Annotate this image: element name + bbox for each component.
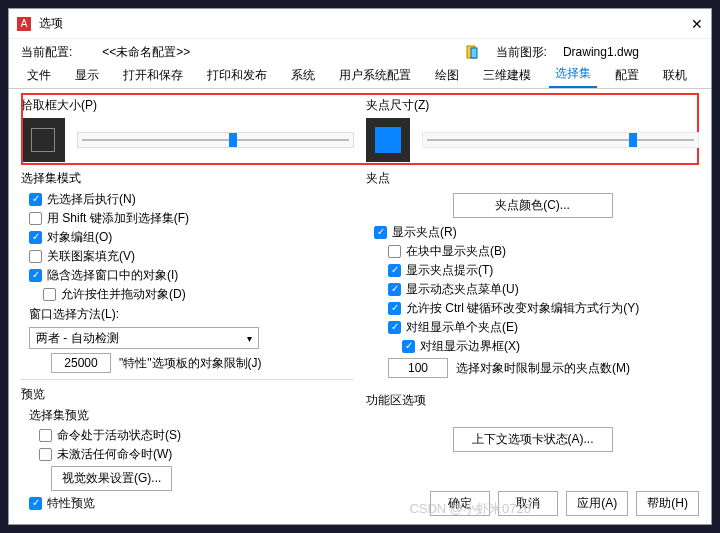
grips-title: 夹点 bbox=[366, 170, 699, 187]
checkbox[interactable] bbox=[29, 193, 42, 206]
tab-文件[interactable]: 文件 bbox=[21, 63, 57, 88]
property-limit-label: "特性"选项板的对象限制(J) bbox=[119, 355, 262, 372]
drawing-file-icon bbox=[466, 45, 480, 59]
checkbox[interactable] bbox=[374, 226, 387, 239]
window-method-value: 两者 - 自动检测 bbox=[36, 330, 119, 347]
checkbox-label: 未激活任何命令时(W) bbox=[57, 446, 172, 462]
pickbox-size-label: 拾取框大小(P) bbox=[21, 97, 354, 114]
current-config-label: 当前配置: bbox=[21, 44, 72, 61]
grip-limit-input[interactable]: 100 bbox=[388, 358, 448, 378]
tab-打印和发布[interactable]: 打印和发布 bbox=[201, 63, 273, 88]
checkbox-label: 先选择后执行(N) bbox=[47, 191, 136, 207]
footer: 确定 取消 应用(A) 帮助(H) bbox=[430, 491, 699, 516]
checkbox-label: 允许按 Ctrl 键循环改变对象编辑方式行为(Y) bbox=[406, 300, 639, 316]
checkbox[interactable] bbox=[43, 288, 56, 301]
current-drawing-label: 当前图形: bbox=[496, 44, 547, 61]
tab-打开和保存[interactable]: 打开和保存 bbox=[117, 63, 189, 88]
cancel-button[interactable]: 取消 bbox=[498, 491, 558, 516]
checkbox-label: 允许按住并拖动对象(D) bbox=[61, 286, 186, 302]
grip-size-slider[interactable] bbox=[422, 132, 699, 148]
grip-color-button[interactable]: 夹点颜色(C)... bbox=[453, 193, 613, 218]
tab-三维建模[interactable]: 三维建模 bbox=[477, 63, 537, 88]
checkbox[interactable] bbox=[29, 269, 42, 282]
selection-preview-subtitle: 选择集预览 bbox=[29, 407, 354, 424]
checkbox-label: 命令处于活动状态时(S) bbox=[57, 427, 181, 443]
content: 拾取框大小(P) 选择集模式 先选择后执行(N)用 Shift 键添加到选择集(… bbox=[9, 89, 711, 522]
svg-rect-1 bbox=[471, 48, 477, 58]
checkbox-label: 用 Shift 键添加到选择集(F) bbox=[47, 210, 189, 226]
checkbox-label: 对组显示单个夹点(E) bbox=[406, 319, 518, 335]
checkbox-label: 关联图案填充(V) bbox=[47, 248, 135, 264]
checkbox[interactable] bbox=[29, 250, 42, 263]
app-icon: A bbox=[17, 17, 31, 31]
right-column: 夹点尺寸(Z) 夹点 夹点颜色(C)... 显示夹点(R)在块中显示夹点(B)显… bbox=[366, 97, 699, 514]
tabs: 文件显示打开和保存打印和发布系统用户系统配置绘图三维建模选择集配置联机 bbox=[9, 65, 711, 89]
pickbox-size-slider[interactable] bbox=[77, 132, 354, 148]
tab-系统[interactable]: 系统 bbox=[285, 63, 321, 88]
checkbox-label: 对组显示边界框(X) bbox=[420, 338, 520, 354]
window-method-label: 窗口选择方法(L): bbox=[29, 306, 354, 323]
dialog-title: 选项 bbox=[39, 15, 691, 32]
checkbox[interactable] bbox=[388, 283, 401, 296]
grip-size-label: 夹点尺寸(Z) bbox=[366, 97, 699, 114]
tab-选择集[interactable]: 选择集 bbox=[549, 61, 597, 88]
property-preview-label: 特性预览 bbox=[47, 495, 95, 511]
checkbox[interactable] bbox=[29, 212, 42, 225]
apply-button[interactable]: 应用(A) bbox=[566, 491, 628, 516]
checkbox-label: 显示夹点(R) bbox=[392, 224, 457, 240]
checkbox-label: 对象编组(O) bbox=[47, 229, 112, 245]
ribbon-options-title: 功能区选项 bbox=[366, 392, 699, 409]
tab-联机[interactable]: 联机 bbox=[657, 63, 693, 88]
checkbox-label: 显示动态夹点菜单(U) bbox=[406, 281, 519, 297]
checkbox[interactable] bbox=[388, 321, 401, 334]
tab-配置[interactable]: 配置 bbox=[609, 63, 645, 88]
pickbox-preview bbox=[21, 118, 65, 162]
visual-effect-button[interactable]: 视觉效果设置(G)... bbox=[51, 466, 172, 491]
checkbox[interactable] bbox=[29, 231, 42, 244]
help-button[interactable]: 帮助(H) bbox=[636, 491, 699, 516]
window-method-select[interactable]: 两者 - 自动检测 ▾ bbox=[29, 327, 259, 349]
preview-title: 预览 bbox=[21, 386, 354, 403]
left-column: 拾取框大小(P) 选择集模式 先选择后执行(N)用 Shift 键添加到选择集(… bbox=[21, 97, 354, 514]
close-icon[interactable]: ✕ bbox=[691, 16, 703, 32]
checkbox[interactable] bbox=[39, 429, 52, 442]
config-row: 当前配置: <<未命名配置>> 当前图形: Drawing1.dwg bbox=[9, 39, 711, 65]
checkbox-label: 显示夹点提示(T) bbox=[406, 262, 493, 278]
current-drawing-value: Drawing1.dwg bbox=[563, 45, 639, 59]
grip-limit-label: 选择对象时限制显示的夹点数(M) bbox=[456, 360, 630, 377]
options-dialog: A 选项 ✕ 当前配置: <<未命名配置>> 当前图形: Drawing1.dw… bbox=[8, 8, 712, 525]
grip-preview bbox=[366, 118, 410, 162]
current-config-value: <<未命名配置>> bbox=[102, 44, 190, 61]
tab-用户系统配置[interactable]: 用户系统配置 bbox=[333, 63, 417, 88]
checkbox[interactable] bbox=[388, 302, 401, 315]
titlebar: A 选项 ✕ bbox=[9, 9, 711, 39]
property-limit-input[interactable]: 25000 bbox=[51, 353, 111, 373]
selection-mode-title: 选择集模式 bbox=[21, 170, 354, 187]
checkbox-label: 在块中显示夹点(B) bbox=[406, 243, 506, 259]
checkbox[interactable] bbox=[39, 448, 52, 461]
checkbox[interactable] bbox=[388, 264, 401, 277]
contextual-tab-button[interactable]: 上下文选项卡状态(A)... bbox=[453, 427, 613, 452]
tab-绘图[interactable]: 绘图 bbox=[429, 63, 465, 88]
checkbox-label: 隐含选择窗口中的对象(I) bbox=[47, 267, 178, 283]
chevron-down-icon: ▾ bbox=[247, 333, 252, 344]
ok-button[interactable]: 确定 bbox=[430, 491, 490, 516]
property-preview-checkbox[interactable] bbox=[29, 497, 42, 510]
tab-显示[interactable]: 显示 bbox=[69, 63, 105, 88]
checkbox[interactable] bbox=[388, 245, 401, 258]
checkbox[interactable] bbox=[402, 340, 415, 353]
